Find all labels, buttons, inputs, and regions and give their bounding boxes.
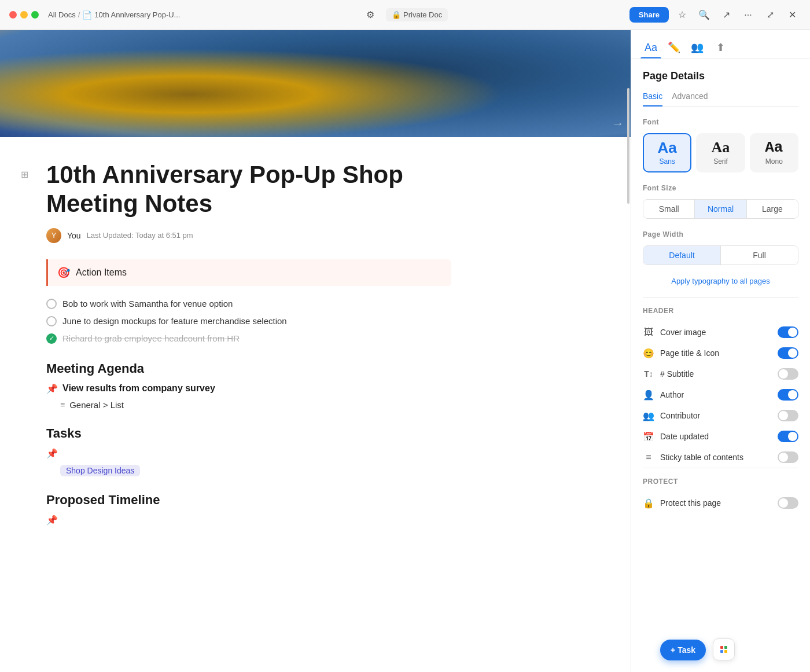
- action-items-icon: 🎯: [57, 266, 70, 279]
- document-area: → ⊞ 10th Anniversary Pop-Up Shop Meeting…: [0, 30, 631, 672]
- sub-tab-advanced[interactable]: Advanced: [672, 91, 708, 106]
- divider: [643, 297, 798, 298]
- panel-content: Page Details Basic Advanced Font Aa Sans…: [631, 58, 810, 525]
- tab-brush[interactable]: ✏️: [664, 37, 684, 58]
- minimize-button[interactable]: [20, 11, 28, 19]
- sticky-toc-label: Sticky table of contents: [660, 453, 743, 462]
- titlebar: All Docs / 📄 10th Anniversary Pop-U... ⚙…: [0, 0, 810, 30]
- maximize-button[interactable]: [31, 11, 39, 19]
- toggle-knob: [779, 369, 788, 379]
- page-title-toggle[interactable]: [778, 347, 798, 359]
- author-icon: 👤: [643, 390, 654, 401]
- toggle-author: 👤 Author: [643, 384, 798, 405]
- tasks-bullet-item: Shop Design Ideas: [46, 462, 451, 479]
- subtitle-label: # Subtitle: [660, 369, 694, 379]
- size-options: Small Normal Large: [643, 199, 798, 219]
- tab-people[interactable]: 👥: [687, 37, 708, 58]
- privacy-label: Private Doc: [403, 10, 442, 19]
- toggle-sticky-toc: ≡ Sticky table of contents: [643, 447, 798, 468]
- toggle-left-author: 👤 Author: [643, 390, 684, 401]
- panel-tabs: Aa ✏️ 👥 ⬆: [631, 30, 810, 58]
- protect-icon: 🔒: [643, 498, 654, 509]
- date-updated-toggle[interactable]: [778, 431, 798, 442]
- sidebar-toggle-button[interactable]: ⊞: [16, 166, 32, 182]
- sticky-toc-toggle[interactable]: [778, 451, 798, 463]
- size-large[interactable]: Large: [747, 200, 798, 218]
- font-name-serif: Serif: [713, 157, 728, 166]
- font-size-section-label: Font Size: [643, 184, 798, 192]
- tab-page-details[interactable]: Aa: [640, 37, 661, 58]
- task-checkbox[interactable]: [46, 316, 57, 326]
- task-checkbox[interactable]: [46, 299, 57, 309]
- protect-section-label: PROTECT: [643, 478, 798, 486]
- task-fab-button[interactable]: + Task: [660, 640, 706, 660]
- toggle-left-contributor: 👥 Contributor: [643, 410, 700, 421]
- contributor-toggle[interactable]: [778, 410, 798, 421]
- font-section-label: Font: [643, 118, 798, 126]
- breadcrumb: All Docs / 📄 10th Anniversary Pop-U...: [48, 10, 180, 20]
- author-toggle[interactable]: [778, 389, 798, 401]
- privacy-badge[interactable]: 🔒 Private Doc: [386, 8, 448, 21]
- apps-grid: [720, 646, 727, 653]
- width-full[interactable]: Full: [721, 246, 798, 265]
- doc-icon: 📄: [82, 10, 92, 20]
- page-width-section-label: Page Width: [643, 230, 798, 238]
- traffic-lights: [9, 11, 39, 19]
- close-window-icon[interactable]: ✕: [783, 6, 801, 24]
- scrollbar-track[interactable]: [626, 30, 631, 672]
- sub-tab-basic[interactable]: Basic: [643, 91, 662, 107]
- settings-icon[interactable]: ⚙: [362, 6, 379, 24]
- document-content: ⊞ 10th Anniversary Pop-Up Shop Meeting N…: [0, 137, 498, 564]
- collapse-icon[interactable]: ⤢: [761, 6, 779, 24]
- agenda-heading: Meeting Agenda: [46, 361, 451, 376]
- subtitle-toggle[interactable]: [778, 368, 798, 380]
- main-layout: → ⊞ 10th Anniversary Pop-Up Shop Meeting…: [0, 30, 810, 672]
- apps-button[interactable]: [713, 638, 735, 660]
- font-option-sans[interactable]: Aa Sans: [643, 133, 691, 172]
- font-letter-sans: Aa: [658, 140, 677, 155]
- text-format-icon: Aa: [645, 42, 657, 54]
- toggle-left-title: 😊 Page title & Icon: [643, 348, 719, 359]
- expand-icon[interactable]: ↗: [717, 6, 735, 24]
- bullet-item: ≡ General > List: [46, 398, 451, 412]
- task-item: ✓ Richard to grab employee headcount fro…: [46, 330, 451, 347]
- width-default[interactable]: Default: [643, 246, 721, 265]
- right-panel: Aa ✏️ 👥 ⬆ Page Details Basic Advanced Fo…: [631, 30, 810, 672]
- panel-title: Page Details: [643, 70, 798, 82]
- list-icon: ≡: [60, 400, 65, 409]
- timeline-agenda-item: 📌: [46, 515, 451, 526]
- search-icon[interactable]: 🔍: [695, 6, 713, 24]
- scrollbar-thumb[interactable]: [627, 88, 629, 204]
- toggle-protect: 🔒 Protect this page: [643, 493, 798, 513]
- tab-export[interactable]: ⬆: [710, 37, 731, 58]
- cover-image-toggle[interactable]: [778, 326, 798, 338]
- star-icon[interactable]: ☆: [673, 6, 691, 24]
- protect-toggle[interactable]: [778, 497, 798, 509]
- protect-label: Protect this page: [660, 498, 721, 508]
- toggle-left-toc: ≡ Sticky table of contents: [643, 452, 743, 462]
- task-item: Bob to work with Samantha for venue opti…: [46, 295, 451, 313]
- author-name: You: [67, 231, 81, 240]
- size-small[interactable]: Small: [643, 200, 695, 218]
- font-option-serif[interactable]: Aa Serif: [696, 133, 745, 172]
- brush-icon: ✏️: [668, 41, 680, 54]
- apps-dot-green: [724, 646, 727, 649]
- contributor-icon: 👥: [643, 410, 654, 421]
- author-label: Author: [660, 390, 684, 399]
- breadcrumb-doc[interactable]: 📄 10th Anniversary Pop-U...: [82, 10, 180, 20]
- share-button[interactable]: Share: [629, 7, 669, 23]
- more-icon[interactable]: ···: [739, 6, 757, 24]
- tasks-heading: Tasks: [46, 426, 451, 441]
- font-name-sans: Sans: [659, 157, 675, 166]
- people-icon: 👥: [691, 41, 704, 54]
- breadcrumb-all-docs[interactable]: All Docs: [48, 10, 76, 19]
- font-option-mono[interactable]: Aa Mono: [750, 133, 798, 172]
- size-normal[interactable]: Normal: [695, 200, 746, 218]
- task-checkbox-done[interactable]: ✓: [46, 333, 57, 344]
- apply-typography-link[interactable]: Apply typography to all pages: [643, 277, 798, 285]
- cover-background: [0, 30, 631, 137]
- cover-arrow-icon[interactable]: →: [612, 117, 624, 130]
- agenda-item-label: View results from company survey: [62, 383, 215, 394]
- sub-tabs: Basic Advanced: [643, 91, 798, 107]
- close-button[interactable]: [9, 11, 17, 19]
